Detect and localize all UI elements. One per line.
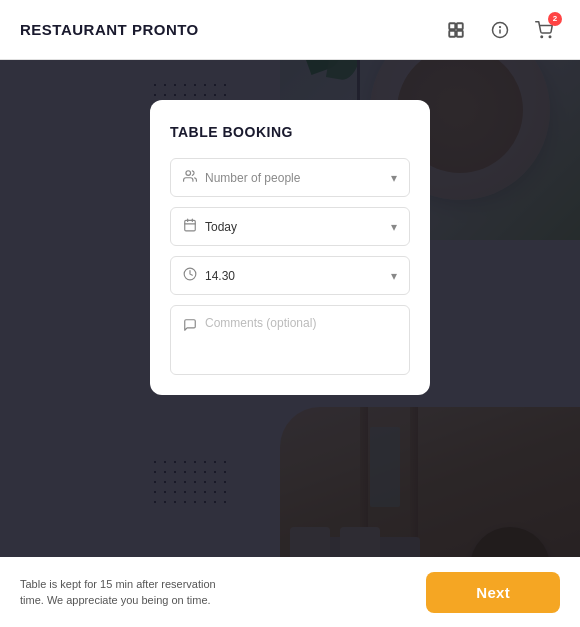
booking-modal: TABLE BOOKING Number of people ▾ xyxy=(150,100,430,395)
svg-rect-0 xyxy=(449,23,455,29)
menu-icon-button[interactable] xyxy=(440,14,472,46)
date-chevron-icon: ▾ xyxy=(391,220,397,234)
header-icon-group: 2 xyxy=(440,14,560,46)
svg-rect-2 xyxy=(449,30,455,36)
people-field-left: Number of people xyxy=(183,169,300,186)
dark-overlay: TABLE BOOKING Number of people ▾ xyxy=(0,60,580,627)
header: RESTAURANT PRONTO xyxy=(0,0,580,60)
cart-icon-button[interactable]: 2 xyxy=(528,14,560,46)
svg-point-7 xyxy=(541,36,543,38)
svg-rect-1 xyxy=(457,23,463,29)
cart-badge: 2 xyxy=(548,12,562,26)
restaurant-name: RESTAURANT PRONTO xyxy=(20,21,199,38)
people-field[interactable]: Number of people ▾ xyxy=(170,158,410,197)
bottom-bar: Table is kept for 15 min after reservati… xyxy=(0,557,580,627)
calendar-icon xyxy=(183,218,197,235)
info-icon-button[interactable] xyxy=(484,14,516,46)
comments-field[interactable]: Comments (optional) xyxy=(170,305,410,375)
time-field-text: 14.30 xyxy=(205,269,235,283)
comments-placeholder-text: Comments (optional) xyxy=(205,316,316,330)
reservation-notice: Table is kept for 15 min after reservati… xyxy=(20,576,220,609)
time-chevron-icon: ▾ xyxy=(391,269,397,283)
svg-point-9 xyxy=(186,171,191,176)
time-field-left: 14.30 xyxy=(183,267,235,284)
people-chevron-icon: ▾ xyxy=(391,171,397,185)
time-field[interactable]: 14.30 ▾ xyxy=(170,256,410,295)
svg-rect-3 xyxy=(457,30,463,36)
date-field[interactable]: Today ▾ xyxy=(170,207,410,246)
clock-icon xyxy=(183,267,197,284)
svg-point-8 xyxy=(549,36,551,38)
modal-title: TABLE BOOKING xyxy=(170,124,410,140)
next-button[interactable]: Next xyxy=(426,572,560,613)
comments-icon xyxy=(183,318,197,335)
date-field-left: Today xyxy=(183,218,237,235)
svg-rect-10 xyxy=(185,220,196,231)
people-icon xyxy=(183,169,197,186)
date-field-text: Today xyxy=(205,220,237,234)
app-container: RESTAURANT PRONTO xyxy=(0,0,580,627)
people-field-text: Number of people xyxy=(205,171,300,185)
